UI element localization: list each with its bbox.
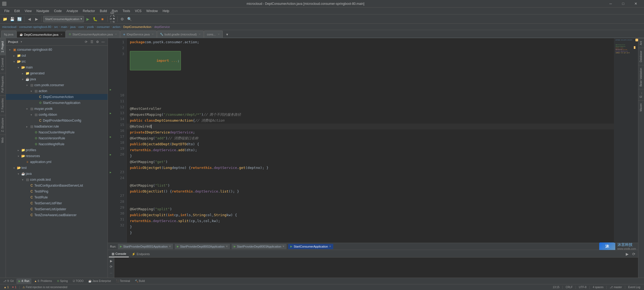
run-app-consumer[interactable]: ▶ StartConsumerApplication ✕ [288, 244, 333, 249]
console-tab[interactable]: ▥ Console [109, 251, 129, 257]
toolbar-run-btn[interactable]: ▶ [85, 16, 91, 22]
menu-view[interactable]: View [23, 9, 34, 13]
collapse-btn[interactable]: ☰ [89, 39, 94, 44]
tool-problems[interactable]: ▲ 6: Problems [32, 278, 54, 284]
line-col[interactable]: 13:15 [551, 286, 561, 289]
tool-git[interactable]: ⎇ 9: Git [1, 278, 16, 284]
toolbar-search-btn[interactable]: 🔍 [126, 16, 133, 22]
tab-startconsumer-close[interactable]: ✕ [115, 33, 117, 36]
console-btn3[interactable]: … [109, 270, 114, 275]
tab-idept-close[interactable]: ✕ [152, 33, 154, 36]
menu-file[interactable]: File [2, 9, 12, 13]
maven-panel-tab[interactable]: Maven [638, 100, 644, 114]
menu-vcs[interactable]: VCS [133, 9, 144, 13]
bc-src[interactable]: src [54, 25, 58, 28]
tab-buildgradle[interactable]: 🔧 build.gradle (microcloud) ✕ [157, 31, 204, 38]
toolbar-git-btn[interactable]: Git: ✓ ✎ ⟳ ⚑ ↑ ⟲ ⟵ [109, 16, 116, 22]
tree-item-startconsumer[interactable]: ⚙ StartConsumerApplication [6, 100, 108, 106]
tree-item-nacos-cluster[interactable]: ⚙ NacosClusterWeightRule [6, 129, 108, 135]
hide-panel-btn[interactable]: — [101, 39, 105, 44]
structure-tab[interactable]: Z: Structure [0, 115, 6, 135]
tree-item-test3[interactable]: C TestIRule [6, 194, 108, 200]
tool-run[interactable]: ▶ 4: Run [16, 278, 31, 284]
run-app-consumer-close[interactable]: ✕ [329, 245, 331, 248]
run-app-8003-close[interactable]: ✕ [282, 245, 284, 248]
tool-todo[interactable]: ☑ TODO [71, 278, 86, 284]
tab-deptconsumeraction[interactable]: ☕ DeptConsumerAction.java ✕ [17, 31, 65, 38]
warning-count[interactable]: ▲ 1 [2, 286, 10, 289]
menu-analyze[interactable]: Analyze [64, 9, 80, 13]
toolbar-sync-btn[interactable]: 🔄 [16, 16, 23, 22]
toolbar-stop-btn[interactable]: ■ [99, 16, 106, 22]
toolbar-debug-btn[interactable]: 🐛 [92, 16, 98, 22]
tab-fig[interactable]: fig.java [1, 31, 16, 38]
run-app-8003[interactable]: ▶ StartProviderDept8003Application ✕ [232, 244, 287, 249]
console-toolbar-btn2[interactable]: ⟳ [631, 251, 637, 257]
commit-panel-tab[interactable]: 0: Commit [0, 55, 6, 73]
tree-item-test-pkg[interactable]: ▾ ▤ com.yootk.test [6, 177, 108, 183]
bc-consumer2[interactable]: consumer [97, 25, 110, 28]
tree-item-test[interactable]: ▾ 📂 test [6, 165, 108, 171]
bc-microcloud[interactable]: microcloud [2, 25, 16, 28]
menu-help[interactable]: Help [160, 9, 171, 13]
tab-ideptservice[interactable]: ◈ IDeptService.java ✕ [120, 31, 157, 38]
project-panel-dropdown[interactable]: ▾ [21, 40, 22, 43]
tree-item-ribbon[interactable]: ▾ ▤ config.ribbon [6, 112, 108, 118]
console-btn2[interactable]: ⟳ [109, 264, 114, 269]
mini-map[interactable]: package com.yootk.consumer @RestControll… [614, 38, 635, 243]
menu-edit[interactable]: Edit [12, 9, 22, 13]
close-button[interactable]: ✕ [630, 1, 642, 7]
run-app-8002[interactable]: ▶ StartProviderDept8002Application ✕ [175, 244, 230, 249]
bc-yootk[interactable]: yootk [87, 25, 94, 28]
tree-item-test5[interactable]: C TestServerListUpdater [6, 206, 108, 212]
tree-item-java[interactable]: ▾ ☕ java [6, 76, 108, 82]
tree-item-com-yootk[interactable]: ▾ ▤ com.yootk.consumer [6, 82, 108, 88]
console-btn1[interactable]: ▶ [109, 259, 114, 263]
bc-action[interactable]: action [113, 25, 120, 28]
tree-item-nacos-version[interactable]: ⚙ NacosVersionRule [6, 135, 108, 141]
tree-item-test4[interactable]: C TestServerListFilter [6, 200, 108, 206]
web-tab[interactable]: Web [0, 135, 6, 146]
menu-tools[interactable]: Tools [120, 9, 132, 13]
tree-item-test6[interactable]: C TestZoneAwareLoadBalancer [6, 212, 108, 218]
tab-cons-close[interactable]: ✕ [218, 33, 220, 36]
project-panel-tab[interactable]: 1: Project [0, 38, 6, 55]
tab-overflow-btn[interactable]: ▾ [224, 31, 230, 38]
git-branch[interactable]: ⎇ master [608, 286, 624, 289]
tree-item-test1[interactable]: C TestConfigurationBasedServerList [6, 183, 108, 189]
tool-java-enterprise[interactable]: ☕ Java Enterprise [86, 278, 113, 284]
maximize-button[interactable]: □ [617, 1, 629, 7]
tree-item-test-java[interactable]: ▾ ☕ java [6, 171, 108, 177]
toolbar-save-btn[interactable]: 💾 [9, 16, 15, 22]
bc-main[interactable]: main [61, 25, 67, 28]
bean-panel-tab[interactable]: Bean Validation [638, 65, 644, 89]
error-count[interactable]: ✕ 1 [10, 286, 18, 289]
tree-item-deptprovider[interactable]: C DeptProviderRibbonConfig [6, 118, 108, 124]
e-panel-tab[interactable]: E: ... [638, 89, 644, 100]
settings-panel-btn[interactable]: ⚙ [95, 39, 100, 44]
tree-item-nacos-weight[interactable]: ⚙ NacosWeightRule [6, 141, 108, 147]
encoding[interactable]: UTF-8 [577, 286, 588, 289]
favorites-tab[interactable]: 2: Favorites [0, 95, 6, 115]
tree-item-yml[interactable]: ≡ application.yml [6, 159, 108, 165]
menu-code[interactable]: Code [52, 9, 64, 13]
tree-item-resources[interactable]: ▾ 📂 resources [6, 153, 108, 159]
tree-item-deptconsumeraction[interactable]: C DeptConsumerAction [6, 94, 108, 100]
tab-startconsumer[interactable]: ⚙ StartConsumerApplication.java ✕ [66, 31, 120, 38]
window-buttons[interactable]: ─ □ ✕ [605, 1, 642, 7]
tab-gradle-close[interactable]: ✕ [199, 33, 201, 36]
menu-build[interactable]: Build [98, 9, 109, 13]
endpoints-tab[interactable]: ⚡ Endpoints [129, 251, 152, 257]
toolbar-forward-btn[interactable]: ▶ [33, 16, 40, 22]
tree-module-root[interactable]: ▾ ▣ consumer-springboot-80 [6, 47, 108, 53]
tree-item-out[interactable]: ▸ 📁 out [6, 53, 108, 59]
bc-class[interactable]: DeptConsumerAction [123, 25, 151, 28]
minimize-button[interactable]: ─ [605, 1, 617, 7]
tree-item-muyan[interactable]: ▾ ▤ muyan.yootk [6, 106, 108, 112]
tree-item-profiles[interactable]: ▸ 📁 profiles [6, 147, 108, 153]
tab-dept-close[interactable]: ✕ [60, 33, 63, 36]
event-log[interactable]: Event Log [627, 286, 642, 289]
toolbar-settings-btn[interactable]: ⚙ [119, 16, 126, 22]
code-editor[interactable]: package com.yootk.consumer.action; impor… [127, 38, 614, 243]
run-config-dropdown[interactable]: StartConsumerApplication ▾ [43, 16, 84, 22]
